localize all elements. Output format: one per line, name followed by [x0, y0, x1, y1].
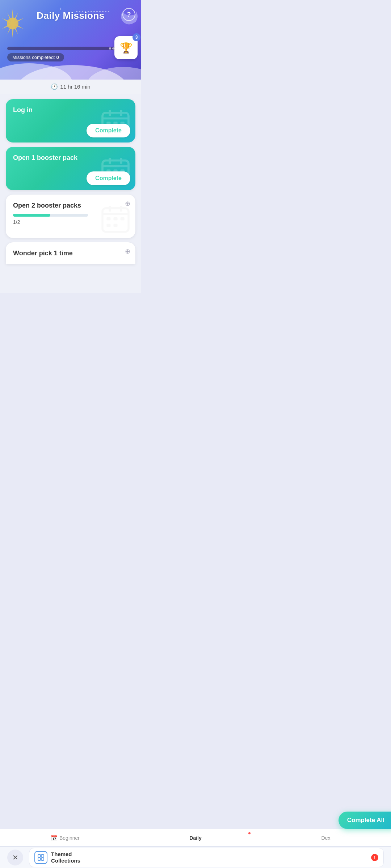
mission-card-wonder-inner: Wonder pick 1 time	[6, 242, 135, 263]
reward-count: 3	[133, 33, 140, 41]
reward-icon: 🏆	[120, 42, 133, 54]
mission-card-login-inner: Log in	[6, 99, 135, 120]
missions-completed-text: Missions completed:	[12, 55, 55, 60]
complete-button-open1[interactable]: Complete	[87, 171, 130, 185]
open2-progress-label: 1/2	[13, 219, 20, 225]
help-button[interactable]: ?	[122, 8, 135, 21]
missions-completed-value: 0	[56, 55, 59, 60]
timer-bar: 🕐 11 hr 16 min	[0, 80, 141, 94]
mission-login-title: Log in	[13, 106, 33, 114]
mission-card-open1: Open 1 booster pack Complete	[6, 147, 135, 190]
missions-list: Log in Complete Open 1 booster pack	[0, 94, 141, 293]
mission-card-open2-inner: Open 2 booster packs 1/2	[6, 195, 135, 231]
missions-completed-label: Missions completed: 0	[7, 53, 64, 61]
complete-button-login[interactable]: Complete	[87, 124, 130, 137]
mission-card-login: Log in Complete	[6, 99, 135, 142]
clock-icon: 🕐	[51, 83, 58, 90]
open2-progress-fill	[13, 214, 50, 217]
mission-card-wonder: Wonder pick 1 time ⊕	[6, 242, 135, 264]
sun-decoration	[0, 7, 29, 40]
missions-progress-fill	[7, 47, 124, 50]
mission-card-open1-inner: Open 1 booster pack	[6, 147, 135, 167]
timer-label: 11 hr 16 min	[60, 84, 90, 90]
reward-badge[interactable]: 3 🏆	[114, 36, 138, 59]
page-title: Daily Missions	[37, 10, 105, 21]
mission-wonder-title: Wonder pick 1 time	[13, 250, 73, 257]
svg-point-1	[7, 18, 18, 29]
mission-card-open2: Open 2 booster packs 1/2 ⊕	[6, 195, 135, 238]
mission-open1-title: Open 1 booster pack	[13, 154, 77, 161]
zoom-icon-wonder[interactable]: ⊕	[125, 247, 130, 255]
hero-section: + · Daily Missions ? 3 🏆 Missions comple…	[0, 0, 141, 80]
open2-progress-bar	[13, 214, 88, 217]
mission-open2-title: Open 2 booster packs	[13, 202, 81, 209]
zoom-icon[interactable]: ⊕	[125, 200, 130, 208]
